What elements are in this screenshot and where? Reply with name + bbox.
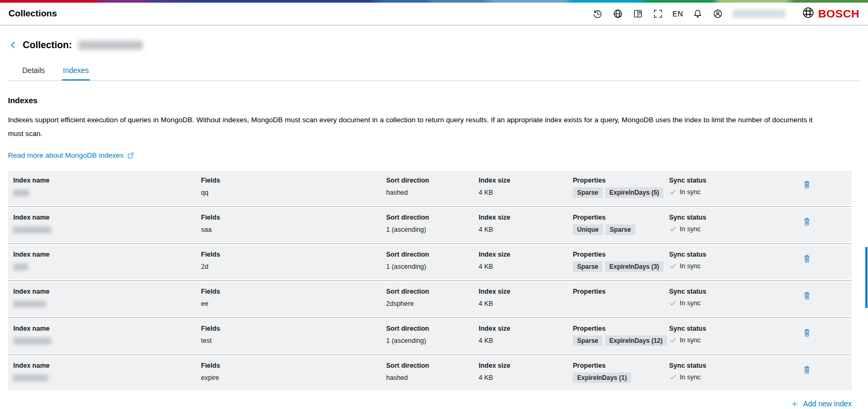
cell-sync-status: Sync status In sync: [669, 325, 762, 346]
fields-label: Fields: [201, 288, 386, 295]
trash-icon: [802, 216, 811, 228]
cell-index-name: Index name: [13, 214, 201, 235]
delete-index-button[interactable]: [802, 327, 811, 340]
index-name-redacted: [13, 189, 29, 196]
app-header: Collections EN: [0, 3, 868, 25]
sort-direction-value: hashed: [386, 189, 479, 196]
cell-index-size: Index size 4 KB: [479, 325, 573, 346]
back-chevron-icon[interactable]: [8, 40, 19, 50]
property-badge: ExpireInDays (3): [605, 261, 663, 272]
cell-sort-direction: Sort direction hashed: [386, 362, 479, 383]
index-size-label: Index size: [479, 251, 573, 258]
bosch-symbol-icon: [802, 6, 815, 21]
add-row: Add new index: [8, 399, 852, 408]
tab-bar: Details Indexes: [21, 63, 860, 80]
index-table-body: Index name Fields qq Sort direction hash…: [8, 171, 852, 390]
sort-direction-label: Sort direction: [386, 177, 479, 184]
cell-properties: Properties ExpireInDays (1): [573, 362, 669, 383]
plus-icon: [791, 400, 799, 408]
row-separator: [8, 316, 852, 319]
fields-value: expire: [201, 374, 386, 381]
property-badge: Sparse: [573, 261, 602, 272]
cell-actions: [762, 214, 852, 235]
language-selector[interactable]: EN: [672, 10, 683, 18]
tab-indexes[interactable]: Indexes: [62, 63, 90, 80]
properties-label: Properties: [573, 325, 669, 332]
cell-index-name: Index name: [13, 288, 201, 307]
fields-value: saa: [201, 226, 386, 233]
read-more-link[interactable]: Read more about MongoDB indexes: [8, 151, 134, 159]
check-icon: [669, 299, 677, 307]
history-icon[interactable]: [592, 8, 603, 20]
cell-actions: [762, 251, 852, 272]
properties-list: SparseExpireInDays (5): [573, 187, 669, 198]
sort-direction-value: hashed: [386, 374, 479, 381]
cell-sort-direction: Sort direction 1 (ascending): [386, 325, 479, 346]
cell-sync-status: Sync status In sync: [669, 251, 762, 272]
index-name-redacted: [13, 226, 51, 233]
index-name-label: Index name: [13, 177, 201, 184]
fields-value: 2d: [201, 263, 386, 270]
delete-index-button[interactable]: [802, 253, 811, 266]
sort-direction-label: Sort direction: [386, 214, 479, 221]
index-size-value: 4 KB: [479, 374, 573, 381]
sort-direction-label: Sort direction: [386, 325, 479, 332]
index-size-label: Index size: [479, 288, 573, 295]
fields-label: Fields: [201, 177, 386, 184]
cell-fields: Fields saa: [201, 214, 386, 235]
cell-actions: [762, 362, 852, 383]
sync-status-label: Sync status: [669, 251, 762, 258]
cell-properties: Properties SparseExpireInDays (5): [573, 177, 669, 198]
add-new-index-button[interactable]: Add new index: [791, 399, 852, 408]
cell-sort-direction: Sort direction hashed: [386, 177, 479, 198]
help-documentation-icon[interactable]: [632, 8, 643, 20]
sync-status-value: In sync: [680, 262, 701, 270]
globe-language-icon[interactable]: [612, 8, 623, 20]
fullscreen-icon[interactable]: [652, 8, 663, 20]
index-size-label: Index size: [479, 362, 573, 369]
index-name-redacted: [13, 375, 48, 381]
properties-label: Properties: [573, 251, 669, 258]
cell-fields: Fields expire: [201, 362, 386, 383]
property-badge: ExpireInDays (12): [605, 335, 667, 346]
cell-actions: [762, 177, 852, 198]
index-table-row: Index name Fields test Sort direction 1 …: [8, 319, 852, 353]
row-separator: [8, 353, 852, 356]
sort-direction-label: Sort direction: [386, 362, 479, 369]
index-table-row: Index name Fields 2d Sort direction 1 (a…: [8, 245, 852, 279]
index-size-label: Index size: [479, 325, 573, 332]
trash-icon: [802, 179, 811, 190]
sort-direction-value: 1 (ascending): [386, 263, 479, 270]
notifications-bell-icon[interactable]: [692, 8, 703, 20]
sync-status-label: Sync status: [669, 214, 762, 221]
sync-status-value: In sync: [680, 188, 701, 196]
bosch-wordmark: BOSCH: [818, 7, 860, 20]
index-name-label: Index name: [13, 362, 201, 369]
delete-index-button[interactable]: [802, 216, 811, 229]
check-icon: [669, 374, 677, 381]
sort-direction-value: 2dsphere: [386, 300, 479, 307]
sync-status-label: Sync status: [669, 325, 762, 332]
external-link-icon: [127, 152, 134, 159]
delete-index-button[interactable]: [802, 179, 811, 192]
cell-index-size: Index size 4 KB: [479, 177, 573, 198]
property-badge: Sparse: [573, 187, 602, 198]
collection-name-redacted: [78, 41, 143, 50]
delete-index-button[interactable]: [802, 290, 811, 303]
properties-label: Properties: [573, 362, 669, 369]
user-account-icon[interactable]: [712, 8, 724, 20]
cell-properties: Properties: [573, 288, 669, 307]
cell-index-size: Index size 4 KB: [479, 214, 573, 235]
delete-index-button[interactable]: [802, 364, 811, 377]
check-icon: [669, 337, 677, 344]
fields-label: Fields: [201, 251, 386, 258]
main-content: Collection: Details Indexes Indexes Inde…: [0, 39, 868, 408]
property-badge: Sparse: [573, 335, 602, 346]
cell-sync-status: Sync status In sync: [669, 362, 762, 383]
page-title: Collections: [8, 8, 57, 19]
tab-details[interactable]: Details: [21, 63, 46, 80]
scrollbar-thumb[interactable]: [865, 247, 867, 308]
sort-direction-value: 1 (ascending): [386, 337, 479, 344]
sort-direction-label: Sort direction: [386, 251, 479, 258]
fields-value: qq: [201, 189, 386, 196]
